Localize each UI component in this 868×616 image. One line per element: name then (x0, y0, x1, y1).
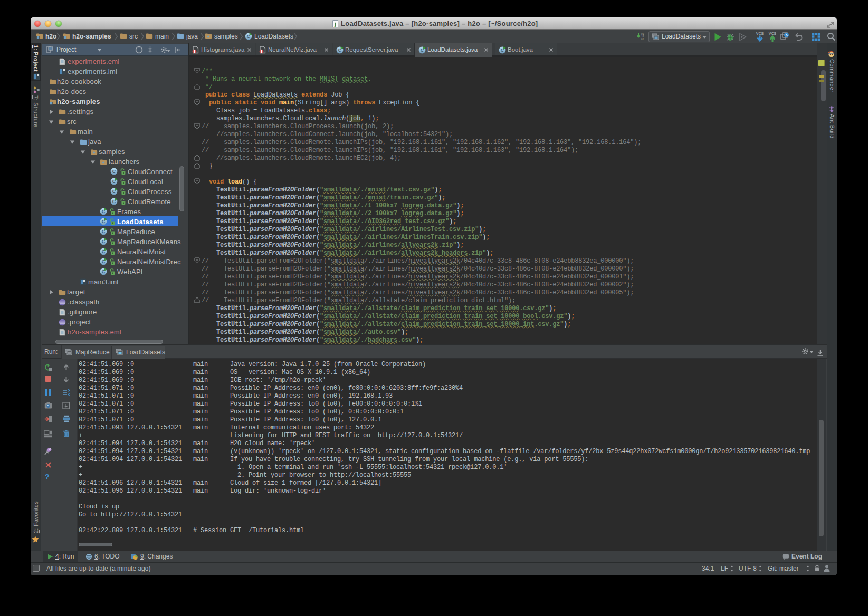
svg-text:VCS: VCS (769, 32, 777, 35)
svg-text:C: C (112, 169, 116, 174)
svg-text:VCS: VCS (756, 32, 764, 35)
svg-text:01: 01 (641, 38, 644, 41)
